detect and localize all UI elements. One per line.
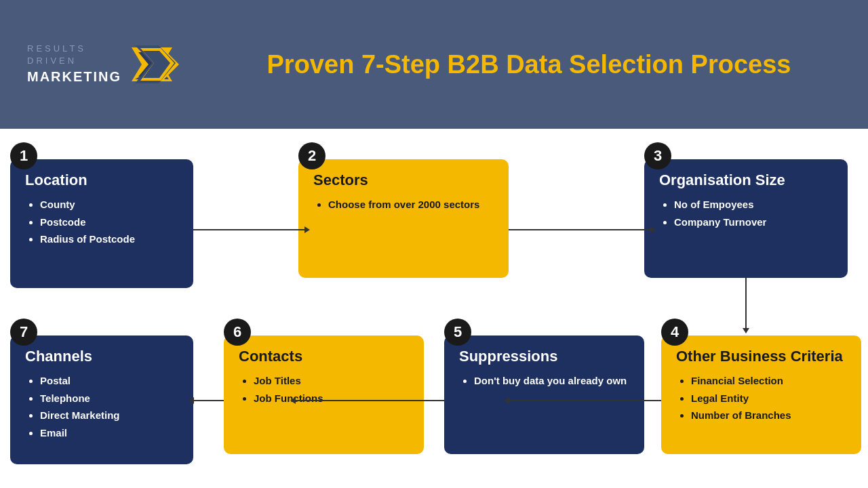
step-4-box: Other Business Criteria Financial Select… [661, 336, 861, 454]
list-item: Radius of Postcode [40, 230, 178, 248]
diagram-area: 1 Location County Postcode Radius of Pos… [0, 129, 868, 488]
step-4-list: Financial Selection Legal Entity Number … [676, 372, 846, 424]
logo-results: RESULTS [27, 43, 121, 55]
step-6-list: Job Titles Job Functions [239, 372, 409, 407]
list-item: Direct Marketing [40, 407, 178, 424]
list-item: Job Titles [254, 372, 409, 390]
page-title: Proven 7-Step B2B Data Selection Process [217, 50, 841, 79]
logo-driven: DRIVEN [27, 55, 121, 67]
step-2-circle: 2 [298, 142, 326, 169]
step-5-circle: 5 [444, 319, 471, 346]
step-1-box: Location County Postcode Radius of Postc… [10, 159, 193, 288]
list-item: No of Empoyees [674, 196, 833, 214]
step-2-title: Sectors [313, 171, 494, 189]
list-item: Number of Branches [691, 407, 846, 424]
list-item: Telephone [40, 390, 178, 407]
list-item: Choose from over 2000 sectors [328, 196, 494, 214]
header: RESULTS DRIVEN MARKETING Proven 7-Step B… [0, 0, 868, 129]
list-item: Postal [40, 372, 178, 390]
logo-chevron-icon [135, 44, 182, 85]
arrow-1-2 [193, 229, 305, 230]
step-4-circle: 4 [661, 319, 688, 346]
step-1-circle: 1 [10, 142, 37, 169]
arrow-6-7 [193, 400, 224, 401]
step-7-box: Channels Postal Telephone Direct Marketi… [10, 336, 193, 464]
step-5-title: Suppressions [459, 348, 629, 365]
step-7-circle: 7 [10, 319, 37, 346]
logo-marketing: MARKETING [27, 67, 121, 86]
step-3-list: No of Empoyees Company Turnover [659, 196, 833, 230]
step-5-list: Don't buy data you already own [459, 372, 629, 390]
list-item: Email [40, 424, 178, 442]
step-4-title: Other Business Criteria [676, 348, 846, 365]
step-6-circle: 6 [224, 319, 251, 346]
logo-text: RESULTS DRIVEN MARKETING [27, 43, 121, 86]
list-item: Financial Selection [691, 372, 846, 390]
step-5-box: Suppressions Don't buy data you already … [444, 336, 644, 454]
step-2-list: Choose from over 2000 sectors [313, 196, 494, 214]
list-item: Legal Entity [691, 390, 846, 407]
list-item: Postcode [40, 214, 178, 231]
step-1-title: Location [25, 171, 178, 189]
list-item: County [40, 196, 178, 214]
list-item: Company Turnover [674, 214, 833, 231]
step-6-box: Contacts Job Titles Job Functions [224, 336, 424, 454]
step-2-box: Sectors Choose from over 2000 sectors [298, 159, 509, 278]
arrow-2-3 [509, 229, 651, 230]
step-3-title: Organisation Size [659, 171, 833, 189]
step-3-box: Organisation Size No of Empoyees Company… [644, 159, 848, 278]
step-7-title: Channels [25, 348, 178, 365]
step-6-title: Contacts [239, 348, 409, 365]
step-7-list: Postal Telephone Direct Marketing Email [25, 372, 178, 441]
step-1-list: County Postcode Radius of Postcode [25, 196, 178, 248]
arrow-3-4 [745, 278, 747, 329]
logo-area: RESULTS DRIVEN MARKETING [27, 43, 217, 86]
arrow-4-5 [509, 400, 661, 401]
step-3-circle: 3 [644, 142, 671, 169]
list-item: Don't buy data you already own [474, 372, 629, 390]
list-item: Job Functions [254, 390, 409, 407]
arrow-5-6 [295, 400, 444, 401]
